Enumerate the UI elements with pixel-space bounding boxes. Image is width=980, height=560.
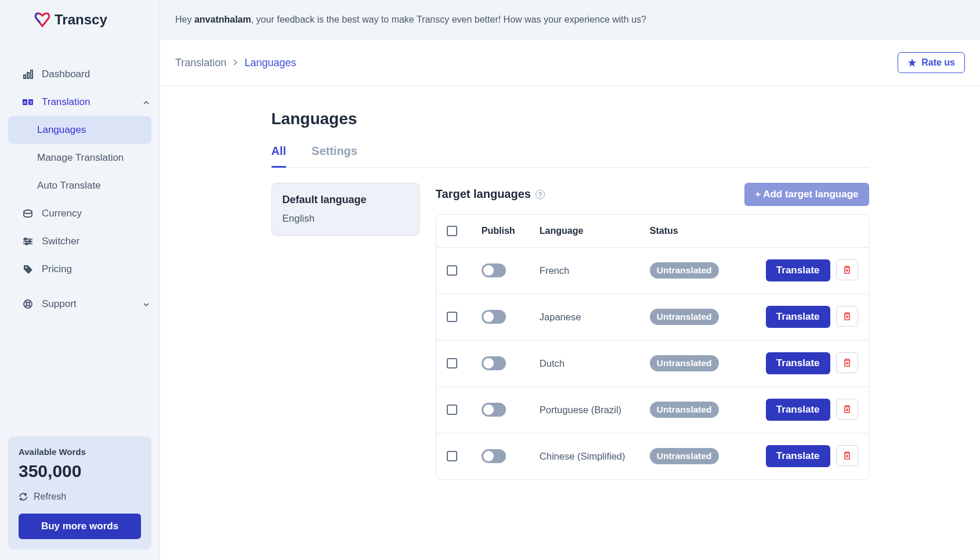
trash-icon [842,404,852,414]
add-target-language-button[interactable]: + Add target language [744,183,869,206]
publish-toggle[interactable] [482,263,506,277]
tab-settings[interactable]: Settings [312,144,357,168]
row-language: French [540,265,650,276]
svg-point-14 [26,267,27,269]
main: Hey anvatnhalam, your feedback is the be… [160,0,980,560]
svg-rect-0 [24,75,26,78]
target-languages-title: Target languages [436,187,531,201]
svg-line-20 [29,305,31,307]
table-row: Portuguese (Brazil) Untranslated Transla… [436,386,869,433]
svg-rect-2 [31,70,32,78]
sidebar-item-support[interactable]: Support [0,290,160,318]
svg-point-13 [26,243,28,245]
table-row: Chinese (Simplified) Untranslated Transl… [436,433,869,479]
svg-point-12 [28,240,31,243]
refresh-button[interactable]: Refresh [19,492,141,502]
col-language: Language [540,226,650,236]
sidebar-item-dashboard[interactable]: Dashboard [0,60,160,88]
default-language-value: English [283,213,408,225]
trash-icon [842,265,852,274]
trash-icon [842,451,852,460]
row-checkbox[interactable] [447,312,457,322]
chevron-up-icon [143,98,149,106]
translate-button[interactable]: Translate [766,445,830,467]
svg-point-7 [24,210,32,214]
svg-rect-1 [27,73,29,78]
svg-line-18 [29,301,31,303]
delete-button[interactable] [836,445,858,466]
delete-button[interactable] [836,352,858,373]
row-checkbox[interactable] [447,265,457,276]
translate-button[interactable]: Translate [766,399,830,421]
sidebar-item-label: Dashboard [42,68,90,80]
refresh-label: Refresh [34,492,66,502]
available-words-label: Available Words [19,447,141,457]
sidebar-item-label: Currency [42,208,82,219]
status-badge: Untranslated [650,309,719,325]
publish-toggle[interactable] [482,310,506,324]
sidebar-item-manage-translation[interactable]: Manage Translation [0,144,160,172]
row-checkbox[interactable] [447,358,457,368]
svg-line-17 [25,301,27,303]
status-badge: Untranslated [650,355,719,371]
sidebar-item-label: Pricing [42,263,72,275]
svg-line-19 [25,305,27,307]
col-publish: Publish [482,226,540,236]
banner-suffix: , your feedback is the best way to make … [251,15,646,24]
sidebar-item-languages[interactable]: Languages [8,116,151,144]
sidebar-item-auto-translate[interactable]: Auto Translate [0,172,160,200]
currency-icon [22,208,34,219]
publish-toggle[interactable] [482,356,506,370]
translate-button[interactable]: Translate [766,306,830,328]
chevron-right-icon [233,59,237,67]
breadcrumb-parent[interactable]: Translation [175,57,226,69]
table-row: French Untranslated Translate [436,247,869,294]
star-icon [907,58,917,67]
default-language-title: Default language [283,194,408,206]
sidebar-item-pricing[interactable]: Pricing [0,255,160,283]
breadcrumb: Translation Languages [175,57,296,69]
svg-text:A: A [23,100,27,105]
default-language-card: Default language English [272,183,420,236]
sidebar-item-switcher[interactable]: Switcher [0,227,160,255]
translate-button[interactable]: Translate [766,259,830,281]
logo[interactable]: Transcy [0,0,160,39]
sidebar-item-label: Translation [42,96,90,108]
lifebuoy-icon [22,298,34,310]
row-language: Chinese (Simplified) [540,451,650,462]
select-all-checkbox[interactable] [447,226,457,236]
sidebar-item-label: Manage Translation [37,152,124,164]
svg-point-16 [26,302,30,306]
row-checkbox[interactable] [447,451,457,461]
logo-text: Transcy [55,12,107,28]
buy-more-words-button[interactable]: Buy more words [19,514,141,539]
row-language: Portuguese (Brazil) [540,404,650,416]
banner-username: anvatnhalam [194,15,251,24]
delete-button[interactable] [836,306,858,327]
refresh-icon [19,492,28,501]
tab-all[interactable]: All [272,144,287,168]
tabs: All Settings [272,144,869,168]
logo-icon [34,11,51,28]
sidebar-item-label: Languages [37,124,86,136]
row-checkbox[interactable] [447,404,457,415]
row-language: Japanese [540,312,650,323]
translate-button[interactable]: Translate [766,352,830,374]
publish-toggle[interactable] [482,403,506,417]
delete-button[interactable] [836,259,858,280]
table-row: Dutch Untranslated Translate [436,340,869,386]
translate-icon: A文 [22,96,34,108]
languages-table: Publish Language Status French Untransla… [436,214,869,480]
chart-icon [22,68,34,80]
sidebar-item-currency[interactable]: Currency [0,200,160,227]
delete-button[interactable] [836,399,858,420]
sidebar-item-translation[interactable]: A文 Translation [0,88,160,116]
publish-toggle[interactable] [482,449,506,463]
help-icon[interactable]: ? [536,190,545,199]
chevron-down-icon [143,300,149,308]
rate-us-button[interactable]: Rate us [898,52,965,73]
banner-prefix: Hey [175,15,194,24]
sidebar: Transcy Dashboard A文 Translation Languag… [0,0,160,560]
available-words-count: 350,000 [19,461,141,481]
svg-text:文: 文 [29,100,33,104]
